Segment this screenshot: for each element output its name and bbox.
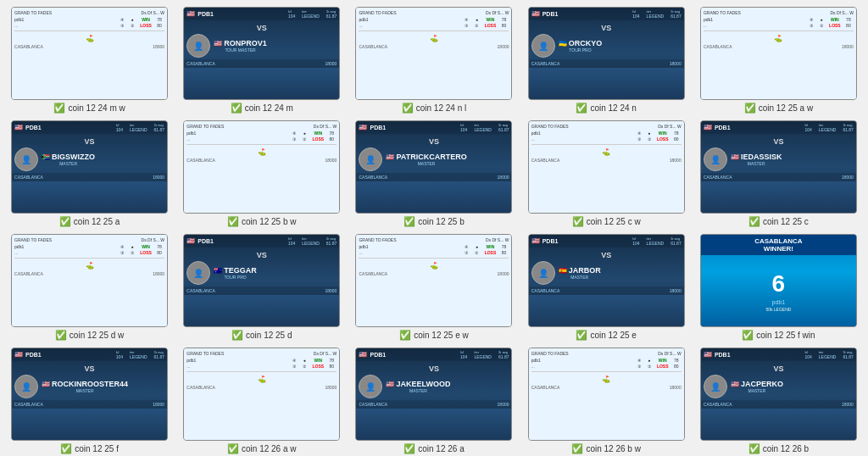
card-label-text: coin 12 25 b w	[242, 217, 297, 226]
card-label-coin-12-25-b: ✅ coin 12 25 b	[403, 216, 465, 227]
check-icon: ✅	[742, 330, 754, 341]
check-icon: ✅	[748, 443, 760, 454]
check-icon: ✅	[403, 216, 415, 227]
card-label-coin-12-25-f-win: ✅ coin 12 25 f win	[742, 330, 815, 341]
card-image-coin-12-25-d: 🇺🇸 PDB1 lvl104 tierLEGEND 3r avg61.87 VS…	[183, 234, 340, 327]
card-label-text: coin 12 26 b	[763, 444, 810, 453]
card-coin-12-25-d-w[interactable]: GRAND TO FADES Ds Df S... W pdb1 ④ ● WIN…	[7, 234, 172, 341]
card-image-coin-12-25-a: 🇺🇸 PDB1 lvl104 tierLEGEND 3r avg61.87 VS…	[11, 120, 168, 214]
card-coin-12-25-c[interactable]: 🇺🇸 PDB1 lvl104 tierLEGEND 3r avg61.87 VS…	[696, 120, 861, 227]
card-image-coin-12-25-e-w: GRAND TO FADES Ds Df S... W pdb1 ④ ● WIN…	[355, 234, 512, 327]
card-label-text: coin 12 26 b w	[586, 444, 641, 453]
card-label-text: coin 12 25 a	[74, 217, 120, 226]
check-icon: ✅	[571, 443, 583, 454]
card-label-text: coin 12 24 m	[245, 103, 293, 113]
card-image-coin-12-24-m: 🇺🇸 PDB1 lvl104 tierLEGEND 3r avg61.87 VS…	[183, 7, 340, 100]
card-label-coin-12-26-a-w: ✅ coin 12 26 a w	[227, 443, 297, 454]
card-label-coin-12-25-f: ✅ coin 12 25 f	[60, 443, 119, 454]
card-image-coin-12-25-e: 🇺🇸 PDB1 lvl104 tierLEGEND 3r avg61.87 VS…	[528, 234, 685, 327]
card-coin-12-26-b-w[interactable]: GRAND TO FADES Ds Df S... W pdb1 ④ ● WIN…	[524, 348, 689, 454]
card-label-coin-12-25-e: ✅ coin 12 25 e	[576, 330, 637, 341]
card-coin-12-25-d[interactable]: 🇺🇸 PDB1 lvl104 tierLEGEND 3r avg61.87 VS…	[179, 234, 344, 341]
card-coin-12-25-e[interactable]: 🇺🇸 PDB1 lvl104 tierLEGEND 3r avg61.87 VS…	[524, 234, 689, 341]
card-image-coin-12-25-b: 🇺🇸 PDB1 lvl104 tierLEGEND 3r avg61.87 VS…	[355, 120, 512, 214]
card-coin-12-24-n-l[interactable]: GRAND TO FADES Ds Df S... W pdb1 ④ ● WIN…	[351, 7, 516, 114]
card-image-coin-12-24-m-w: GRAND TO FADES Ds Df S... W pdb1 ④ ● WIN…	[11, 7, 168, 100]
check-icon: ✅	[227, 216, 239, 227]
card-coin-12-25-a-w[interactable]: GRAND TO FADES Ds Df S... W pdb1 ④ ● WIN…	[696, 7, 861, 114]
card-label-text: coin 12 24 m w	[68, 103, 125, 113]
card-label-coin-12-25-a-w: ✅ coin 12 25 a w	[744, 103, 814, 114]
card-image-coin-12-26-b-w: GRAND TO FADES Ds Df S... W pdb1 ④ ● WIN…	[528, 348, 685, 441]
card-label-text: coin 12 26 a w	[242, 444, 297, 453]
card-image-coin-12-25-f-win: CASABLANCAWINNER! 6 pdb1 50k LEGEND	[700, 234, 857, 327]
card-label-text: coin 12 25 d w	[70, 331, 125, 340]
card-coin-12-26-a[interactable]: 🇺🇸 PDB1 lvl104 tierLEGEND 3r avg61.87 VS…	[351, 348, 516, 454]
card-image-coin-12-24-n: 🇺🇸 PDB1 lvl104 tierLEGEND 3r avg61.87 VS…	[528, 7, 685, 100]
card-label-text: coin 12 25 c w	[587, 217, 641, 226]
card-coin-12-26-a-w[interactable]: GRAND TO FADES Ds Df S... W pdb1 ④ ● WIN…	[179, 348, 344, 454]
card-coin-12-24-m-w[interactable]: GRAND TO FADES Ds Df S... W pdb1 ④ ● WIN…	[7, 7, 172, 114]
check-icon: ✅	[53, 103, 65, 114]
check-icon: ✅	[231, 330, 243, 341]
card-coin-12-25-f[interactable]: 🇺🇸 PDB1 lvl104 tierLEGEND 3r avg61.87 VS…	[7, 348, 172, 454]
card-image-coin-12-25-a-w: GRAND TO FADES Ds Df S... W pdb1 ④ ● WIN…	[700, 7, 857, 100]
check-icon: ✅	[227, 443, 239, 454]
card-coin-12-25-b[interactable]: 🇺🇸 PDB1 lvl104 tierLEGEND 3r avg61.87 VS…	[351, 120, 516, 227]
card-coin-12-25-a[interactable]: 🇺🇸 PDB1 lvl104 tierLEGEND 3r avg61.87 VS…	[7, 120, 172, 227]
card-label-text: coin 12 25 f win	[756, 331, 815, 340]
check-icon: ✅	[59, 216, 71, 227]
card-label-text: coin 12 25 f	[75, 444, 119, 453]
card-label-text: coin 12 25 e	[590, 331, 637, 340]
card-label-text: coin 12 25 e w	[414, 331, 469, 340]
card-label-coin-12-25-d: ✅ coin 12 25 d	[231, 330, 292, 341]
card-label-text: coin 12 24 n	[590, 103, 637, 113]
card-label-text: coin 12 25 d	[246, 331, 292, 340]
card-image-coin-12-26-b: 🇺🇸 PDB1 lvl104 tierLEGEND 3r avg61.87 VS…	[700, 348, 857, 441]
card-grid: GRAND TO FADES Ds Df S... W pdb1 ④ ● WIN…	[0, 0, 868, 456]
card-label-coin-12-25-c-w: ✅ coin 12 25 c w	[572, 216, 641, 227]
card-image-coin-12-24-n-l: GRAND TO FADES Ds Df S... W pdb1 ④ ● WIN…	[355, 7, 512, 100]
card-image-coin-12-25-f: 🇺🇸 PDB1 lvl104 tierLEGEND 3r avg61.87 VS…	[11, 348, 168, 441]
card-image-coin-12-25-b-w: GRAND TO FADES Ds Df S... W pdb1 ④ ● WIN…	[183, 120, 340, 214]
card-label-text: coin 12 26 a	[418, 444, 465, 453]
card-coin-12-24-n[interactable]: 🇺🇸 PDB1 lvl104 tierLEGEND 3r avg61.87 VS…	[524, 7, 689, 114]
check-icon: ✅	[744, 103, 756, 114]
check-icon: ✅	[403, 443, 415, 454]
check-icon: ✅	[402, 103, 414, 114]
card-coin-12-26-b[interactable]: 🇺🇸 PDB1 lvl104 tierLEGEND 3r avg61.87 VS…	[696, 348, 861, 454]
card-coin-12-25-f-win[interactable]: CASABLANCAWINNER! 6 pdb1 50k LEGEND ✅ co…	[696, 234, 861, 341]
card-label-text: coin 12 25 c	[763, 217, 809, 226]
check-icon: ✅	[55, 330, 67, 341]
card-label-coin-12-24-m-w: ✅ coin 12 24 m w	[53, 103, 125, 114]
check-icon: ✅	[576, 103, 587, 114]
check-icon: ✅	[572, 216, 584, 227]
card-coin-12-25-b-w[interactable]: GRAND TO FADES Ds Df S... W pdb1 ④ ● WIN…	[179, 120, 344, 227]
card-coin-12-24-m[interactable]: 🇺🇸 PDB1 lvl104 tierLEGEND 3r avg61.87 VS…	[179, 7, 344, 114]
card-image-coin-12-26-a: 🇺🇸 PDB1 lvl104 tierLEGEND 3r avg61.87 VS…	[355, 348, 512, 441]
card-label-coin-12-26-a: ✅ coin 12 26 a	[403, 443, 465, 454]
card-label-coin-12-25-e-w: ✅ coin 12 25 e w	[399, 330, 469, 341]
card-label-coin-12-24-n: ✅ coin 12 24 n	[576, 103, 637, 114]
card-image-coin-12-26-a-w: GRAND TO FADES Ds Df S... W pdb1 ④ ● WIN…	[183, 348, 340, 441]
card-image-coin-12-25-c-w: GRAND TO FADES Ds Df S... W pdb1 ④ ● WIN…	[528, 120, 685, 214]
check-icon: ✅	[60, 443, 72, 454]
card-image-coin-12-25-d-w: GRAND TO FADES Ds Df S... W pdb1 ④ ● WIN…	[11, 234, 168, 327]
card-coin-12-25-c-w[interactable]: GRAND TO FADES Ds Df S... W pdb1 ④ ● WIN…	[524, 120, 689, 227]
card-label-text: coin 12 25 b	[418, 217, 465, 226]
card-label-coin-12-24-n-l: ✅ coin 12 24 n l	[402, 103, 467, 114]
card-label-text: coin 12 25 a w	[759, 103, 814, 113]
card-label-coin-12-25-a: ✅ coin 12 25 a	[59, 216, 120, 227]
card-label-coin-12-25-c: ✅ coin 12 25 c	[748, 216, 809, 227]
card-coin-12-25-e-w[interactable]: GRAND TO FADES Ds Df S... W pdb1 ④ ● WIN…	[351, 234, 516, 341]
card-label-coin-12-25-d-w: ✅ coin 12 25 d w	[55, 330, 125, 341]
card-label-coin-12-26-b: ✅ coin 12 26 b	[748, 443, 810, 454]
card-image-coin-12-25-c: 🇺🇸 PDB1 lvl104 tierLEGEND 3r avg61.87 VS…	[700, 120, 857, 214]
card-label-coin-12-25-b-w: ✅ coin 12 25 b w	[227, 216, 297, 227]
check-icon: ✅	[399, 330, 411, 341]
check-icon: ✅	[576, 330, 587, 341]
card-label-coin-12-26-b-w: ✅ coin 12 26 b w	[571, 443, 641, 454]
check-icon: ✅	[231, 103, 242, 114]
check-icon: ✅	[748, 216, 760, 227]
card-label-coin-12-24-m: ✅ coin 12 24 m	[231, 103, 293, 114]
